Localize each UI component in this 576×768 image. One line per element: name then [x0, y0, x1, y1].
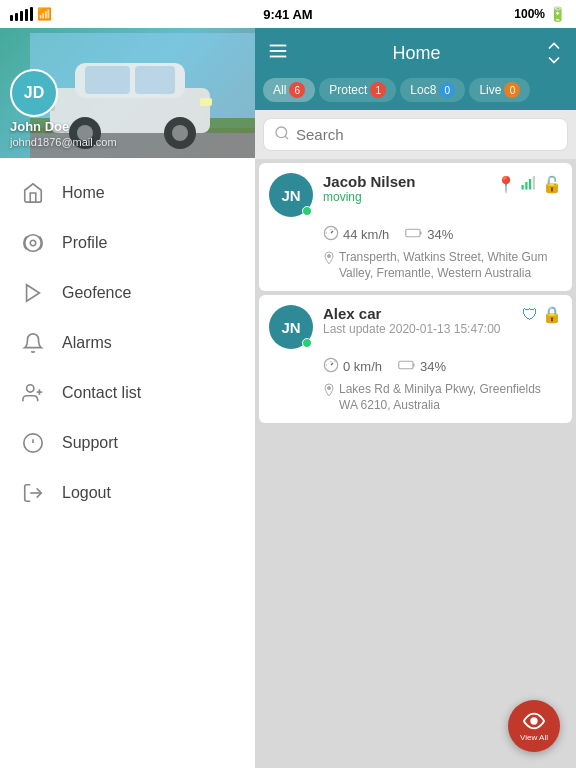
tab-protect[interactable]: Protect 1 — [319, 78, 396, 102]
tab-all-badge: 6 — [289, 82, 305, 98]
battery-value: 34% — [427, 227, 453, 242]
location-pin-icon — [323, 383, 335, 400]
svg-rect-29 — [525, 182, 527, 190]
sidebar-header: JD John Doe johnd1876@mail.com — [0, 28, 255, 158]
device-top: JN Alex car Last update 2020-01-13 15:47… — [269, 305, 562, 349]
sidebar-item-geofence[interactable]: Geofence — [0, 268, 255, 318]
alarms-icon — [20, 330, 46, 356]
device-location: Transperth, Watkins Street, White Gum Va… — [269, 250, 562, 281]
tab-loc8[interactable]: Loc8 0 — [400, 78, 465, 102]
status-bar: 📶 9:41 AM 100% 🔋 — [0, 0, 576, 28]
location-pin-icon — [323, 251, 335, 268]
status-right: 100% 🔋 — [514, 6, 566, 22]
geofence-icon — [20, 280, 46, 306]
device-card[interactable]: JN Alex car Last update 2020-01-13 15:47… — [259, 295, 572, 423]
device-status: moving — [323, 190, 486, 204]
svg-point-26 — [276, 127, 287, 138]
speed-stat: 0 km/h — [323, 357, 382, 376]
battery-icon: 🔋 — [549, 6, 566, 22]
device-avatar: JN — [269, 173, 313, 217]
app-container: JD John Doe johnd1876@mail.com Home — [0, 28, 576, 768]
support-label: Support — [62, 434, 118, 452]
hamburger-icon[interactable] — [267, 40, 289, 67]
svg-marker-15 — [27, 285, 40, 302]
sidebar-user-overlay: JD John Doe johnd1876@mail.com — [10, 69, 117, 148]
svg-point-14 — [25, 235, 42, 252]
sidebar-item-home[interactable]: Home — [0, 168, 255, 218]
search-input[interactable] — [296, 126, 557, 143]
avatar: JD — [10, 69, 58, 117]
signal-icon — [10, 7, 33, 21]
sidebar-item-contact-list[interactable]: Contact list — [0, 368, 255, 418]
home-icon — [20, 180, 46, 206]
svg-point-38 — [531, 718, 537, 724]
profile-label: Profile — [62, 234, 107, 252]
tab-loc8-label: Loc8 — [410, 83, 436, 97]
device-name: Alex car — [323, 305, 512, 322]
battery-stat-icon — [405, 226, 423, 243]
device-avatar: JN — [269, 305, 313, 349]
tab-protect-badge: 1 — [370, 82, 386, 98]
svg-point-16 — [27, 385, 34, 392]
battery-stat: 34% — [405, 225, 453, 244]
user-name: John Doe — [10, 119, 117, 134]
eye-icon — [523, 710, 545, 732]
device-stats: 44 km/h 34% — [269, 225, 562, 244]
sidebar: JD John Doe johnd1876@mail.com Home — [0, 28, 255, 768]
svg-rect-28 — [522, 185, 524, 190]
user-email: johnd1876@mail.com — [10, 136, 117, 148]
tab-live[interactable]: Live 0 — [469, 78, 530, 102]
wifi-icon: 📶 — [37, 7, 52, 21]
view-all-button[interactable]: View All — [508, 700, 560, 752]
device-icons: 🛡 🔒 — [522, 305, 562, 324]
tab-live-label: Live — [479, 83, 501, 97]
sort-arrows-icon[interactable] — [544, 36, 564, 70]
location-text: Lakes Rd & Minilya Pkwy, Greenfields WA … — [339, 382, 562, 413]
device-card[interactable]: JN Jacob Nilsen moving 📍 — [259, 163, 572, 291]
lock-icon: 🔓 — [542, 175, 562, 194]
battery-label: 100% — [514, 7, 545, 21]
speed-value: 44 km/h — [343, 227, 389, 242]
support-icon — [20, 430, 46, 456]
svg-rect-33 — [406, 229, 420, 237]
tab-all[interactable]: All 6 — [263, 78, 315, 102]
home-label: Home — [62, 184, 105, 202]
sidebar-item-logout[interactable]: Logout — [0, 468, 255, 518]
speedometer-icon — [323, 225, 339, 244]
battery-stat-icon — [398, 358, 416, 375]
device-list: JN Jacob Nilsen moving 📍 — [255, 159, 576, 768]
tab-protect-label: Protect — [329, 83, 367, 97]
search-icon — [274, 125, 290, 144]
online-indicator — [302, 206, 312, 216]
protect-icon: 🛡 — [522, 306, 538, 324]
svg-line-27 — [285, 136, 288, 139]
contact-list-label: Contact list — [62, 384, 141, 402]
view-all-label: View All — [520, 733, 548, 742]
svg-point-10 — [172, 125, 188, 141]
sidebar-item-profile[interactable]: Profile — [0, 218, 255, 268]
lock-icon: 🔒 — [542, 305, 562, 324]
device-info: Alex car Last update 2020-01-13 15:47:00 — [323, 305, 512, 336]
device-icons: 📍 🔓 — [496, 173, 562, 195]
status-left: 📶 — [10, 7, 52, 21]
svg-rect-31 — [533, 176, 535, 190]
svg-rect-36 — [399, 361, 413, 369]
svg-rect-6 — [135, 66, 175, 94]
logout-icon — [20, 480, 46, 506]
sidebar-item-alarms[interactable]: Alarms — [0, 318, 255, 368]
alarms-label: Alarms — [62, 334, 112, 352]
bottom-spacer — [255, 427, 576, 497]
sidebar-item-support[interactable]: Support — [0, 418, 255, 468]
svg-point-13 — [30, 240, 36, 246]
geofence-label: Geofence — [62, 284, 131, 302]
speed-value: 0 km/h — [343, 359, 382, 374]
contact-list-icon — [20, 380, 46, 406]
profile-icon — [20, 230, 46, 256]
svg-rect-11 — [200, 98, 212, 106]
device-location: Lakes Rd & Minilya Pkwy, Greenfields WA … — [269, 382, 562, 413]
battery-stat: 34% — [398, 357, 446, 376]
device-name: Jacob Nilsen — [323, 173, 486, 190]
signal-bars-icon — [520, 173, 538, 195]
device-status: Last update 2020-01-13 15:47:00 — [323, 322, 512, 336]
tab-loc8-badge: 0 — [439, 82, 455, 98]
